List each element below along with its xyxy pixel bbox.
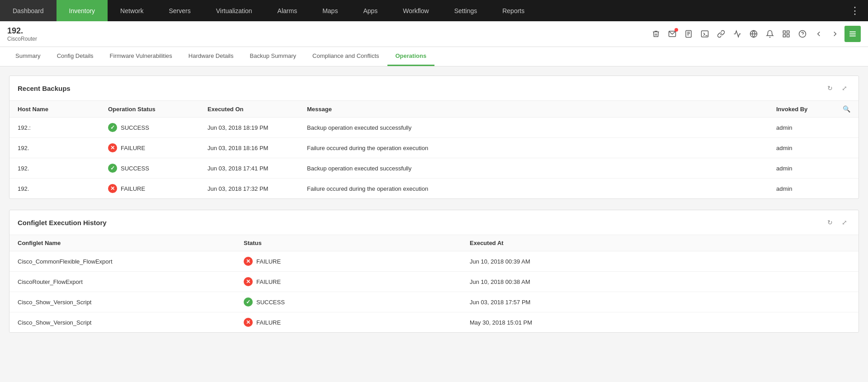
recent-backups-refresh-button[interactable]: ↻ [824,82,836,94]
nav-item-workflow[interactable]: Workflow [390,0,441,21]
table-row: Cisco_Show_Version_Script ✕ FAILURE May … [9,312,859,333]
table-row: 192.: ✓ SUCCESS Jun 03, 2018 18:19 PM Ba… [9,118,859,138]
svg-rect-12 [787,35,789,37]
svg-rect-11 [783,35,785,37]
cell-executed-at: Jun 10, 2018 00:39 AM [462,251,859,272]
cell-status: ✕ FAILURE [236,312,462,333]
alert-icon-button[interactable] [763,27,777,41]
recent-backups-header: Recent Backups ↻ ⤢ [9,76,859,101]
globe-icon-button[interactable] [747,27,760,41]
configlet-history-panel-icons: ↻ ⤢ [824,217,850,228]
grid-icon-button[interactable] [779,27,793,41]
nav-item-alarms[interactable]: Alarms [265,0,310,21]
table-row: 192. ✕ FAILURE Jun 03, 2018 18:16 PM Fai… [9,138,859,158]
configlet-history-table: Configlet Name Status Executed At Cisco_… [9,235,859,332]
main-content: Recent Backups ↻ ⤢ Host Name Operation S… [0,66,868,353]
recent-backups-table: Host Name Operation Status Executed On M… [9,101,859,198]
report-icon-button[interactable] [682,27,695,41]
cell-message: Failure occured during the operation exe… [299,138,768,158]
nav-item-network[interactable]: Network [108,0,156,21]
cell-executed-at: Jun 03, 2018 17:57 PM [462,292,859,312]
terminal-icon-button[interactable] [698,27,712,41]
recent-backups-panel: Recent Backups ↻ ⤢ Host Name Operation S… [9,75,859,199]
cell-executed-on: Jun 03, 2018 17:32 PM [199,179,299,199]
status-icon: ✓ [244,297,253,307]
nav-item-virtualization[interactable]: Virtualization [203,0,265,21]
table-row: 192. ✓ SUCCESS Jun 03, 2018 17:41 PM Bac… [9,158,859,179]
cell-operation-status: ✓ SUCCESS [100,158,199,179]
col-operation-status: Operation Status [100,101,199,118]
nav-item-reports[interactable]: Reports [490,0,537,21]
cell-operation-status: ✕ FAILURE [100,138,199,158]
col-status: Status [236,235,462,251]
cell-executed-on: Jun 03, 2018 17:41 PM [199,158,299,179]
tab-nav: Summary Config Details Firmware Vulnerab… [0,47,868,66]
status-icon: ✕ [108,184,117,193]
nav-item-inventory[interactable]: Inventory [57,0,108,21]
forward-button[interactable] [828,27,842,41]
configlet-history-expand-button[interactable]: ⤢ [839,217,850,228]
nav-item-maps[interactable]: Maps [310,0,350,21]
configlet-history-header: Configlet Execution History ↻ ⤢ [9,210,859,235]
cell-invoked-by: admin [768,179,859,199]
nav-item-apps[interactable]: Apps [350,0,390,21]
configlet-history-refresh-button[interactable]: ↻ [824,217,836,228]
delete-icon-button[interactable] [649,27,663,41]
col-configlet-name: Configlet Name [9,235,236,251]
table-row: Cisco_CommonFlexible_FlowExport ✕ FAILUR… [9,251,859,272]
menu-button[interactable] [844,26,861,42]
status-icon: ✕ [244,277,253,286]
device-ip: 192. [7,26,98,36]
tab-config-details[interactable]: Config Details [49,47,102,66]
device-name: CiscoRouter [7,36,98,42]
cell-message: Backup operation executed successfully [299,158,768,179]
tab-firmware-vulnerabilities[interactable]: Firmware Vulnerabilities [102,47,180,66]
help-icon-button[interactable] [796,27,809,41]
chart-icon-button[interactable] [731,27,744,41]
col-executed-at: Executed At [462,235,859,251]
cell-status: ✕ FAILURE [236,251,462,272]
recent-backups-title: Recent Backups [18,85,71,92]
sub-header: 192. CiscoRouter [0,21,868,47]
cell-invoked-by: admin [768,118,859,138]
col-host-name: Host Name [9,101,100,118]
nav-more-button[interactable]: ⋮ [842,0,868,21]
cell-configlet-name: Cisco_Show_Version_Script [9,312,236,333]
status-icon: ✕ [244,318,253,327]
recent-backups-expand-button[interactable]: ⤢ [839,82,850,94]
status-icon: ✓ [108,123,117,132]
cell-message: Backup operation executed successfully [299,118,768,138]
tab-backup-summary[interactable]: Backup Summary [242,47,305,66]
link-icon-button[interactable] [714,27,728,41]
tab-hardware-details[interactable]: Hardware Details [180,47,242,66]
col-invoked-by: Invoked By 🔍 [768,101,859,118]
tab-operations[interactable]: Operations [387,47,435,66]
cell-status: ✓ SUCCESS [236,292,462,312]
cell-executed-at: Jun 10, 2018 00:38 AM [462,272,859,292]
action-icons [649,26,861,47]
cell-host-name: 192.: [9,118,100,138]
back-button[interactable] [812,27,826,41]
cell-configlet-name: Cisco_Show_Version_Script [9,292,236,312]
email-icon-button[interactable] [665,27,679,41]
cell-operation-status: ✓ SUCCESS [100,118,199,138]
status-icon: ✕ [244,257,253,266]
configlet-history-panel: Configlet Execution History ↻ ⤢ Configle… [9,210,859,333]
cell-host-name: 192. [9,138,100,158]
recent-backups-panel-icons: ↻ ⤢ [824,82,850,94]
col-message: Message [299,101,768,118]
tab-summary[interactable]: Summary [7,47,49,66]
device-info: 192. CiscoRouter [7,26,98,47]
nav-item-settings[interactable]: Settings [442,0,490,21]
tab-compliance-conflicts[interactable]: Compliance and Conflicts [304,47,387,66]
cell-invoked-by: admin [768,158,859,179]
cell-executed-on: Jun 03, 2018 18:19 PM [199,118,299,138]
invoked-by-search-icon[interactable]: 🔍 [843,105,850,113]
nav-item-dashboard[interactable]: Dashboard [0,0,57,21]
cell-host-name: 192. [9,179,100,199]
table-row: CiscoRouter_FlowExport ✕ FAILURE Jun 10,… [9,272,859,292]
col-executed-on: Executed On [199,101,299,118]
cell-message: Failure occured during the operation exe… [299,179,768,199]
cell-executed-on: Jun 03, 2018 18:16 PM [199,138,299,158]
nav-item-servers[interactable]: Servers [156,0,203,21]
